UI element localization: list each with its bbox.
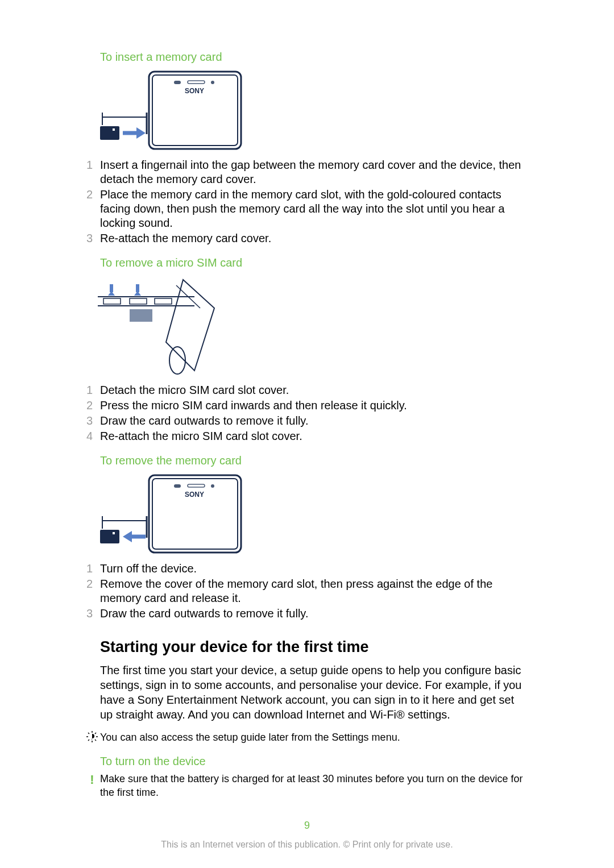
svg-marker-11 [136, 127, 146, 139]
illustration-remove-sim [98, 274, 525, 375]
tip-row: You can also access the setup guide late… [100, 731, 525, 746]
svg-rect-32 [100, 530, 119, 543]
warning-text: Make sure that the battery is charged fo… [100, 773, 525, 799]
svg-rect-14 [103, 298, 121, 304]
svg-rect-21 [130, 309, 152, 322]
tip-text: You can also access the setup guide late… [100, 731, 400, 744]
svg-rect-15 [130, 298, 147, 304]
steps-remove-memory: Turn off the device. Remove the cover of… [100, 562, 525, 621]
step-item: Remove the cover of the memory card slot… [100, 577, 525, 605]
heading-starting-device: Starting your device for the first time [100, 638, 525, 657]
device-brand-label: SONY [185, 87, 204, 95]
section-title-insert-memory: To insert a memory card [100, 50, 525, 64]
svg-rect-20 [136, 284, 139, 292]
manual-page: To insert a memory card SONY Insert a fi… [0, 0, 614, 868]
svg-rect-2 [174, 81, 181, 84]
device-brand-label: SONY [185, 491, 204, 499]
illustration-remove-memory-card: SONY [98, 472, 525, 554]
section-title-turn-on: To turn on the device [100, 754, 525, 768]
step-item: Re-attach the memory card cover. [100, 231, 525, 246]
warning-row: ! Make sure that the battery is charged … [100, 773, 525, 799]
illustration-insert-memory-card: SONY [98, 68, 525, 150]
step-item: Insert a fingernail into the gap between… [100, 158, 525, 186]
svg-rect-8 [100, 126, 119, 140]
section-title-remove-sim: To remove a micro SIM card [100, 256, 525, 269]
tip-icon [84, 731, 100, 746]
svg-marker-35 [123, 531, 132, 542]
steps-remove-sim: Detach the micro SIM card slot cover. Pr… [100, 383, 525, 443]
steps-insert-memory: Insert a fingernail into the gap between… [100, 158, 525, 246]
svg-rect-33 [113, 532, 115, 534]
svg-rect-25 [152, 479, 238, 549]
svg-rect-18 [110, 284, 113, 292]
svg-rect-9 [113, 128, 115, 131]
step-item: Press the micro SIM card inwards and the… [100, 398, 525, 413]
step-item: Detach the micro SIM card slot cover. [100, 383, 525, 397]
page-number: 9 [0, 820, 614, 832]
step-item: Turn off the device. [100, 562, 525, 576]
body-starting-device: The first time you start your device, a … [100, 663, 525, 722]
step-item: Re-attach the micro SIM card slot cover. [100, 429, 525, 443]
svg-rect-27 [188, 484, 205, 487]
warning-icon: ! [84, 773, 100, 787]
svg-point-23 [169, 347, 185, 374]
svg-rect-26 [174, 484, 181, 488]
svg-rect-1 [152, 75, 238, 146]
step-item: Place the memory card in the memory card… [100, 188, 525, 230]
section-title-remove-memory: To remove the memory card [100, 454, 525, 467]
svg-point-4 [211, 81, 214, 84]
step-item: Draw the card outwards to remove it full… [100, 414, 525, 428]
svg-point-28 [211, 484, 214, 488]
svg-rect-3 [188, 81, 205, 84]
step-item: Draw the card outwards to remove it full… [100, 607, 525, 621]
svg-rect-16 [155, 298, 172, 304]
footer-text: This is an Internet version of this publ… [0, 840, 614, 850]
